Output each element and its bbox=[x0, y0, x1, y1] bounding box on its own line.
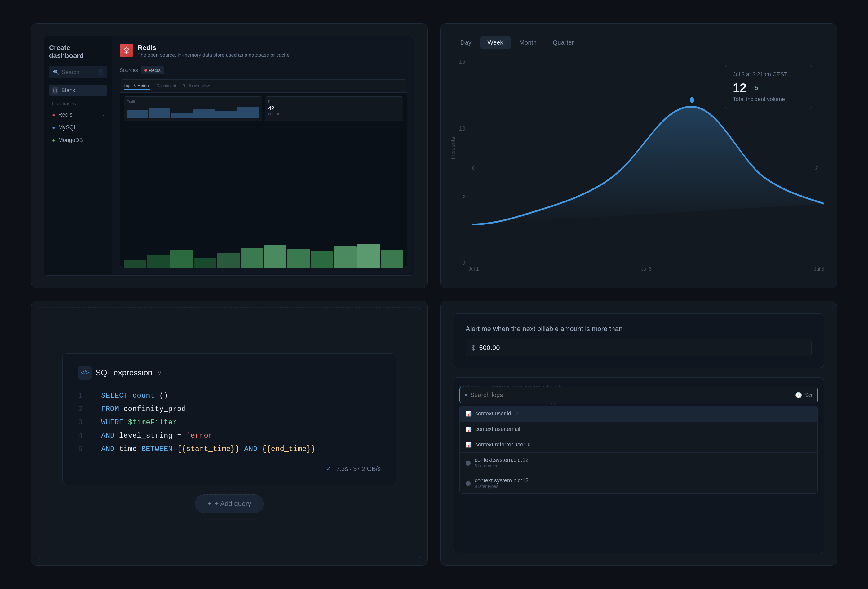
tooltip-label: Total incident volume bbox=[733, 96, 804, 103]
dropdown-item-referrer[interactable]: 📊 context.referrer.user.id bbox=[460, 437, 818, 453]
sql-expression-panel: </> SQL expression ∨ 1 SELECT count () 2… bbox=[31, 301, 428, 566]
mini-card-2: Errors 42 last 24h bbox=[265, 96, 403, 121]
dropdown-chevron-icon[interactable]: ▾ bbox=[465, 392, 467, 398]
bg-bar bbox=[147, 255, 169, 267]
perf-text: 7.3s · 37.2 GB/s bbox=[337, 465, 381, 472]
tooltip-change: ↑ 5 bbox=[750, 84, 758, 92]
sql-header: </> SQL expression ∨ bbox=[78, 366, 381, 380]
search-logs-input[interactable] bbox=[470, 391, 792, 399]
preview-tabs: Logs & Metrics Dashboard Redis overview bbox=[120, 80, 407, 93]
dropdown-item-pid-12a[interactable]: ⬤ context.system.pid:12 5 bit names bbox=[460, 453, 818, 473]
y-axis: 15 10 5 0 bbox=[453, 59, 468, 266]
code-area: 1 SELECT count () 2 FROM confinity_prod … bbox=[78, 389, 381, 456]
tooltip-card: Jul 3 at 3:21pm CEST 12 ↑ 5 Total incide… bbox=[725, 65, 812, 109]
chart-nav-right-icon[interactable]: › bbox=[815, 162, 818, 172]
tab-month[interactable]: Month bbox=[512, 36, 544, 49]
search-bar[interactable]: 🔍 Search / bbox=[49, 66, 107, 78]
create-sidebar: Create dashboard 🔍 Search / Blank Databa… bbox=[44, 36, 112, 275]
dropdown-item-pid-12b[interactable]: ⬤ context.system.pid:12 8 later types bbox=[460, 473, 818, 493]
sql-box: </> SQL expression ∨ 1 SELECT count () 2… bbox=[62, 353, 397, 486]
dropdown-item-user-email[interactable]: 📊 context.user.email bbox=[460, 422, 818, 437]
blank-label: Blank bbox=[61, 87, 75, 94]
bg-bar bbox=[124, 260, 146, 267]
check-mark-1: ✓ bbox=[515, 411, 519, 417]
mini-number: 42 bbox=[268, 105, 400, 112]
sidebar-item-redis[interactable]: ● Redis › bbox=[49, 109, 107, 121]
dropdown-sub-row-3: context.referrer.user.id bbox=[475, 441, 531, 448]
dollar-sign-icon: $ bbox=[471, 344, 475, 352]
mongodb-label: MongoDB bbox=[58, 137, 83, 143]
dropdown-sub-row-1: context.user.id bbox=[475, 410, 511, 417]
dropdown-sub-row-5: context.system.pid:12 8 later types bbox=[475, 477, 528, 489]
grid-line-top bbox=[471, 59, 824, 59]
plus-icon: + bbox=[208, 500, 212, 508]
bar-1 bbox=[127, 110, 149, 118]
x-label-jul1: Jul 1 bbox=[468, 266, 479, 272]
add-query-label: + Add query bbox=[214, 500, 251, 508]
sidebar-item-blank[interactable]: Blank bbox=[49, 85, 107, 96]
bg-bar bbox=[357, 244, 380, 267]
sidebar-item-mysql[interactable]: ● MySQL bbox=[49, 122, 107, 133]
mongodb-dot-icon: ● bbox=[52, 138, 55, 143]
x-label-jul5: Jul 5 bbox=[814, 266, 824, 272]
dollar-input[interactable]: $ 500.00 bbox=[466, 339, 812, 356]
dollar-value: 500.00 bbox=[479, 344, 500, 352]
chevron-right-icon: › bbox=[102, 112, 104, 118]
dropdown-text-3: context.referrer.user.id bbox=[475, 441, 531, 448]
code-line-3: 3 WHERE $timeFilter bbox=[78, 416, 381, 429]
code-line-5: 5 AND time BETWEEN {{start_time}} AND {{… bbox=[78, 442, 381, 456]
preview-content: Traffic Errors bbox=[120, 93, 407, 125]
tooltip-number: 12 bbox=[733, 81, 747, 95]
scr-text: Scr bbox=[805, 393, 812, 398]
dropdown-sub-5: 8 later types bbox=[475, 484, 528, 489]
tab-quarter[interactable]: Quarter bbox=[545, 36, 581, 49]
svg-rect-0 bbox=[54, 89, 57, 92]
bg-bar bbox=[334, 247, 356, 267]
search-placeholder: Search bbox=[62, 69, 79, 76]
tab-day[interactable]: Day bbox=[453, 36, 479, 49]
y-label-0: 0 bbox=[462, 260, 468, 266]
search-right-icons: 🕐 Scr bbox=[795, 392, 812, 399]
bar-4 bbox=[193, 109, 215, 118]
right-panels: Alert me when the next billable amount i… bbox=[440, 301, 837, 566]
tooltip-value-row: 12 ↑ 5 bbox=[733, 81, 804, 95]
dropdown-item-user-id[interactable]: 📊 context.user.id ✓ bbox=[460, 406, 818, 422]
dropdown-text-4: context.system.pid:12 bbox=[475, 457, 528, 464]
preview-tab-dash[interactable]: Dashboard bbox=[156, 82, 176, 90]
chart-nav-left-icon[interactable]: ‹ bbox=[471, 162, 475, 172]
redis-source-label: Redis bbox=[149, 68, 161, 73]
sources-label: Sources bbox=[120, 68, 138, 73]
grid-line-mid2 bbox=[471, 196, 824, 196]
chart-icon-1: 📊 bbox=[465, 411, 471, 417]
code-line-2: 2 FROM confinity_prod bbox=[78, 402, 381, 416]
bar-5 bbox=[216, 111, 237, 118]
circle-icon-2: ⬤ bbox=[465, 480, 471, 486]
dropdown-sub-row-4: context.system.pid:12 5 bit names bbox=[475, 457, 528, 468]
chart-icon-2: 📊 bbox=[465, 426, 471, 432]
dropdown-text-2: context.user.email bbox=[475, 426, 520, 433]
redis-source-badge: Redis bbox=[141, 66, 164, 74]
add-query-button[interactable]: + + Add query bbox=[195, 495, 264, 513]
sql-title: SQL expression bbox=[96, 368, 152, 378]
sql-icon: </> bbox=[81, 369, 89, 376]
redis-logo bbox=[120, 44, 133, 58]
mini-sub: last 24h bbox=[268, 112, 400, 116]
mini-card-title-1: Traffic bbox=[127, 100, 259, 103]
sql-footer: ✓ 7.3s · 37.2 GB/s bbox=[78, 465, 381, 472]
check-icon: ✓ bbox=[326, 465, 331, 472]
search-dropdown: 📊 context.user.id ✓ 📊 context.user.email bbox=[459, 406, 818, 493]
tab-week[interactable]: Week bbox=[480, 36, 511, 49]
incident-chart-panel: Day Week Month Quarter 15 10 5 0 Inciden… bbox=[440, 23, 837, 288]
mini-card-1: Traffic bbox=[124, 96, 262, 121]
mysql-label: MySQL bbox=[58, 124, 77, 131]
y-label-5: 5 bbox=[462, 193, 468, 199]
dropdown-text-1: context.user.id bbox=[475, 410, 511, 417]
preview-tab-logs[interactable]: Logs & Metrics bbox=[124, 82, 151, 90]
redis-label: Redis bbox=[58, 112, 72, 118]
dropdown-sub-4: 5 bit names bbox=[475, 464, 528, 468]
databases-label: Databases bbox=[49, 99, 107, 109]
preview-tab-redis[interactable]: Redis overview bbox=[183, 82, 210, 90]
svg-point-1 bbox=[689, 96, 695, 104]
sidebar-item-mongodb[interactable]: ● MongoDB bbox=[49, 134, 107, 146]
sql-chevron-icon[interactable]: ∨ bbox=[158, 369, 161, 376]
